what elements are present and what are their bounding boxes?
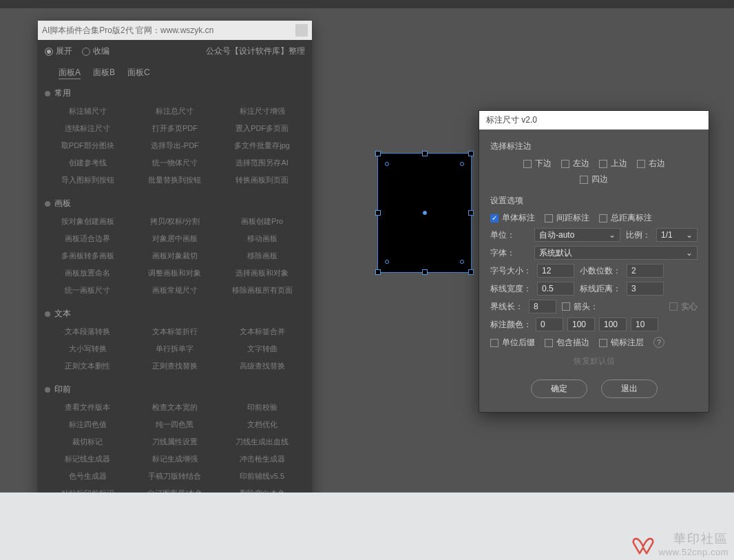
- cancel-button[interactable]: 退出: [601, 380, 658, 398]
- suffix-check[interactable]: 单位后缀: [490, 337, 535, 349]
- mode-total[interactable]: 总距离标注: [599, 212, 652, 224]
- script-item[interactable]: 手稿刀版转结合: [135, 470, 216, 483]
- handle-tr[interactable]: [468, 151, 474, 156]
- anchor-bl[interactable]: [385, 260, 389, 264]
- script-item[interactable]: 检查文本宽的: [135, 401, 216, 414]
- handle-bm[interactable]: [422, 269, 428, 275]
- script-item[interactable]: 连续标注尺寸: [48, 122, 128, 135]
- script-item[interactable]: 文本标签合并: [222, 325, 302, 338]
- side-left[interactable]: 左边: [561, 158, 589, 169]
- script-item[interactable]: 画板常规尺寸: [135, 284, 216, 297]
- script-item[interactable]: 纯一四色黑: [135, 418, 216, 431]
- canvas-selection[interactable]: [377, 153, 472, 273]
- script-item[interactable]: 印前校验: [222, 401, 302, 414]
- anchor-tr[interactable]: [460, 162, 464, 166]
- handle-mr[interactable]: [468, 210, 474, 216]
- script-item[interactable]: 标注四色值: [48, 418, 128, 431]
- mode-gap[interactable]: 间距标注: [545, 212, 589, 224]
- script-item[interactable]: 选择导出-PDF: [135, 139, 216, 152]
- side-all[interactable]: 四边: [580, 174, 608, 185]
- script-item[interactable]: 标注总尺寸: [135, 105, 216, 118]
- anchor-center[interactable]: [423, 211, 427, 215]
- script-item[interactable]: 色号生成器: [48, 470, 128, 483]
- mode-single[interactable]: ✓单体标注: [490, 212, 535, 224]
- unit-select[interactable]: 自动-auto: [534, 228, 620, 242]
- handle-ml[interactable]: [375, 210, 381, 216]
- close-icon[interactable]: [295, 24, 308, 37]
- anchor-br[interactable]: [460, 260, 464, 264]
- script-item[interactable]: 文本标签折行: [135, 325, 216, 338]
- script-item[interactable]: 按对象创建画板: [48, 215, 128, 228]
- color-c[interactable]: 0: [536, 318, 563, 331]
- script-item[interactable]: 画板对象裁切: [135, 249, 216, 262]
- script-item[interactable]: 统一画板尺寸: [48, 284, 128, 297]
- ok-button[interactable]: 确定: [531, 380, 587, 398]
- color-y[interactable]: 100: [599, 318, 627, 331]
- script-item[interactable]: 创建参考线: [48, 156, 128, 169]
- script-item[interactable]: 查看文件版本: [48, 401, 128, 414]
- section-header[interactable]: 常用: [38, 82, 312, 102]
- arrow-check[interactable]: 箭头：: [562, 301, 598, 313]
- script-item[interactable]: 多文件批量存jpg: [222, 139, 302, 152]
- tab-c[interactable]: 面板C: [127, 67, 150, 79]
- script-item[interactable]: 调整画板和对象: [135, 267, 216, 280]
- anchor-tl[interactable]: [385, 162, 389, 166]
- tab-b[interactable]: 面板B: [93, 67, 115, 79]
- section-header[interactable]: 文本: [38, 302, 312, 322]
- barlen-input[interactable]: 8: [529, 300, 556, 313]
- handle-tm[interactable]: [422, 151, 428, 156]
- handle-br[interactable]: [468, 269, 474, 275]
- script-item[interactable]: 高级查找替换: [222, 360, 302, 373]
- script-item[interactable]: 正则查找替换: [135, 360, 216, 373]
- script-item[interactable]: 正则文本删性: [48, 360, 128, 373]
- script-item[interactable]: 导入图标到按钮: [48, 174, 128, 187]
- script-item[interactable]: 取PDF部分图块: [48, 139, 128, 152]
- script-item[interactable]: 标注尺寸增强: [222, 105, 302, 118]
- dialog-title[interactable]: 标注尺寸 v2.0: [479, 111, 709, 129]
- script-item[interactable]: 移除画板所有页面: [222, 284, 302, 297]
- handle-bl[interactable]: [375, 269, 381, 275]
- script-item[interactable]: 刀线属性设置: [135, 435, 216, 448]
- color-m[interactable]: 100: [567, 318, 595, 331]
- side-right[interactable]: 右边: [637, 158, 665, 169]
- script-item[interactable]: 画板放置命名: [48, 267, 128, 280]
- script-item[interactable]: 对象居中画板: [135, 232, 216, 245]
- reset-button[interactable]: 恢复默认值: [574, 355, 615, 367]
- side-bottom[interactable]: 下边: [523, 158, 552, 169]
- script-item[interactable]: 画板创建Pro: [222, 215, 302, 228]
- script-item[interactable]: 转换画板到页面: [222, 174, 302, 187]
- script-item[interactable]: 文字转曲: [222, 342, 302, 355]
- script-item[interactable]: 文本段落转换: [48, 325, 128, 338]
- help-icon[interactable]: ?: [653, 337, 664, 348]
- script-item[interactable]: 批量替换到按钮: [135, 174, 216, 187]
- script-item[interactable]: 印前辅线v5.5: [222, 470, 302, 483]
- script-item[interactable]: 打开多页PDF: [135, 122, 216, 135]
- script-item[interactable]: 统一物体尺寸: [135, 156, 216, 169]
- section-header[interactable]: 印前: [38, 378, 312, 398]
- script-item[interactable]: 拷贝/权标/分割: [135, 215, 216, 228]
- script-item[interactable]: 移除画板: [222, 249, 302, 262]
- script-item[interactable]: 选择范围另存AI: [222, 156, 302, 169]
- script-item[interactable]: 标记线生成器: [48, 453, 128, 466]
- script-item[interactable]: 选择画板和对象: [222, 267, 302, 280]
- script-item[interactable]: 移动画板: [222, 232, 302, 245]
- script-item[interactable]: 画板适合边界: [48, 232, 128, 245]
- script-item[interactable]: 刀线生成出血线: [222, 435, 302, 448]
- script-item[interactable]: 裁切标记: [48, 435, 128, 448]
- fontsize-input[interactable]: 12: [537, 264, 574, 278]
- tab-a[interactable]: 面板A: [59, 67, 81, 79]
- linedist-input[interactable]: 3: [627, 282, 664, 295]
- script-item[interactable]: 大小写转换: [48, 342, 128, 355]
- script-item[interactable]: 置入PDF多页面: [222, 122, 302, 135]
- script-item[interactable]: 多画板转多画板: [48, 249, 128, 262]
- font-select[interactable]: 系统默认: [534, 246, 698, 260]
- decimals-input[interactable]: 2: [627, 264, 664, 278]
- lock-check[interactable]: 锁标注层: [599, 337, 644, 349]
- ratio-select[interactable]: 1/1: [656, 228, 698, 242]
- script-item[interactable]: 文档优化: [222, 418, 302, 431]
- script-item[interactable]: 冲击枪生成器: [222, 453, 302, 466]
- radio-expand[interactable]: 展开: [45, 45, 72, 57]
- linewidth-input[interactable]: 0.5: [537, 282, 574, 295]
- script-item[interactable]: 标注辅尺寸: [48, 105, 128, 118]
- side-top[interactable]: 上边: [599, 158, 627, 169]
